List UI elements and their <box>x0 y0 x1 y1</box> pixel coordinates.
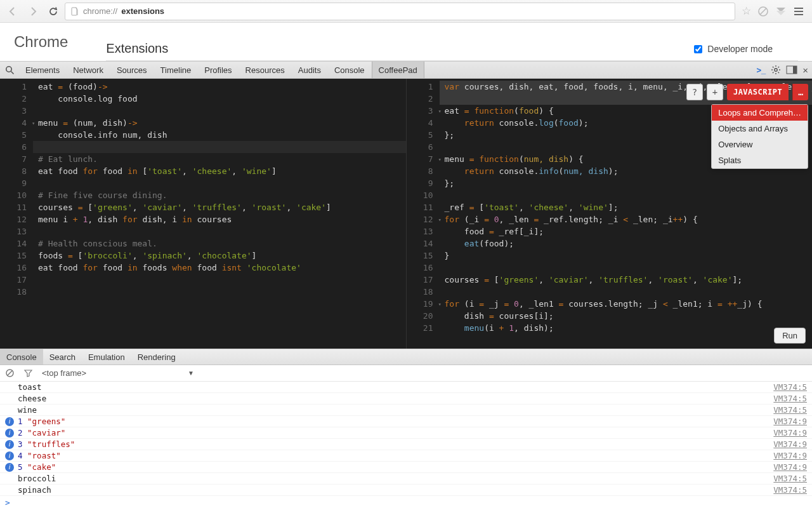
source-link[interactable]: VM374:5 <box>773 394 807 403</box>
clear-console-icon[interactable] <box>5 368 15 378</box>
devtools-tab-elements[interactable]: Elements <box>19 62 67 78</box>
drawer-tabstrip: ConsoleSearchEmulationRendering <box>0 349 812 365</box>
reload-icon <box>48 6 58 17</box>
toggle-drawer-icon[interactable]: >_ <box>756 65 766 75</box>
console-body[interactable]: toastVM374:5cheeseVM374:5wineVM374:5i1 "… <box>0 382 812 496</box>
console-row: wineVM374:5 <box>0 404 812 416</box>
dropdown-item[interactable]: Objects and Arrays <box>712 121 808 137</box>
svg-rect-0 <box>72 8 77 15</box>
forward-button[interactable] <box>24 3 42 20</box>
dock-icon[interactable] <box>786 65 797 74</box>
reload-button[interactable] <box>44 3 62 20</box>
run-button[interactable]: Run <box>774 328 806 344</box>
console-row: i2 "caviar"VM374:9 <box>0 427 812 439</box>
code-area: 123456789101112131415161718 ▾ eat = (foo… <box>0 79 812 349</box>
language-badge[interactable]: JAVASCRIPT <box>727 84 789 100</box>
pane-overlay: ? + JAVASCRIPT … <box>686 84 808 100</box>
language-menu-button[interactable]: … <box>792 84 808 100</box>
source-link[interactable]: VM374:9 <box>773 462 807 472</box>
extensions-tab[interactable]: Extensions <box>106 41 168 61</box>
developer-mode-toggle[interactable]: Developer mode <box>694 44 798 54</box>
add-button[interactable]: + <box>707 84 723 100</box>
right-gutter: 123456789101112131415161718192021 <box>407 79 438 349</box>
source-link[interactable]: VM374:5 <box>773 474 807 483</box>
info-icon: i <box>5 417 14 426</box>
console-prompt[interactable]: > <box>0 496 812 508</box>
close-devtools-icon[interactable]: × <box>802 65 808 76</box>
toolbar-right-icons: ☆ <box>738 4 808 18</box>
source-link[interactable]: VM374:9 <box>773 451 807 460</box>
drawer-tab-console[interactable]: Console <box>0 349 43 364</box>
menu-icon[interactable] <box>793 6 804 17</box>
svg-point-3 <box>775 69 777 71</box>
drawer-tab-rendering[interactable]: Rendering <box>131 349 182 364</box>
source-link[interactable]: VM374:9 <box>773 428 807 438</box>
info-icon: i <box>5 463 14 472</box>
devtools-tab-profiles[interactable]: Profiles <box>198 62 239 78</box>
devtools-tab-network[interactable]: Network <box>67 62 110 78</box>
console-controls: <top frame> ▼ <box>0 365 812 382</box>
svg-rect-5 <box>793 66 797 74</box>
devtools-tab-coffeepad[interactable]: CoffeePad <box>372 62 424 78</box>
source-link[interactable]: VM374:5 <box>773 382 807 392</box>
console-row: cheeseVM374:5 <box>0 393 812 404</box>
shield-disabled-icon[interactable] <box>757 6 769 17</box>
source-link[interactable]: VM374:5 <box>773 405 807 415</box>
browser-toolbar: chrome://extensions ☆ <box>0 0 812 23</box>
console-row: i5 "cake"VM374:9 <box>0 462 812 473</box>
info-icon: i <box>5 440 14 449</box>
chevron-down-icon: ▼ <box>188 370 194 377</box>
dropdown-item[interactable]: Loops and Compreh… <box>712 105 808 121</box>
arrow-right-icon <box>28 6 38 17</box>
source-link[interactable]: VM374:5 <box>773 485 807 495</box>
console-row: i3 "truffles"VM374:9 <box>0 439 812 450</box>
dropdown-item[interactable]: Overview <box>712 137 808 152</box>
filter-icon[interactable] <box>23 368 33 378</box>
developer-mode-label: Developer mode <box>707 44 773 54</box>
devtools-tab-sources[interactable]: Sources <box>110 62 154 78</box>
console-row: i1 "greens"VM374:9 <box>0 416 812 427</box>
frame-label: <top frame> <box>42 368 86 378</box>
developer-mode-checkbox[interactable] <box>694 45 702 53</box>
url-scheme: chrome:// <box>83 6 117 16</box>
devtools-tab-audits[interactable]: Audits <box>292 62 328 78</box>
arrow-left-icon <box>8 6 18 17</box>
frame-selector[interactable]: <top frame> ▼ <box>42 368 194 378</box>
devtools-tab-console[interactable]: Console <box>328 62 372 78</box>
drawer-tab-emulation[interactable]: Emulation <box>82 349 131 364</box>
console-row: toastVM374:5 <box>0 382 812 393</box>
url-path: extensions <box>121 6 164 16</box>
source-link[interactable]: VM374:9 <box>773 417 807 426</box>
dropdown-item[interactable]: Splats <box>712 152 808 168</box>
left-gutter: 123456789101112131415161718 <box>0 79 32 349</box>
devtools-tabstrip: ElementsNetworkSourcesTimelineProfilesRe… <box>0 61 812 79</box>
back-button[interactable] <box>4 3 22 20</box>
chrome-title: Chrome <box>14 33 68 51</box>
source-link[interactable]: VM374:9 <box>773 439 807 449</box>
extensions-header: Chrome Extensions Developer mode <box>0 23 812 61</box>
devtools-search-button[interactable] <box>0 62 19 78</box>
devtools-tab-timeline[interactable]: Timeline <box>154 62 199 78</box>
omnibox[interactable]: chrome://extensions <box>65 3 735 20</box>
drawer-tab-search[interactable]: Search <box>43 349 82 364</box>
info-icon: i <box>5 429 14 438</box>
info-icon: i <box>5 451 14 460</box>
devtools-tab-resources[interactable]: Resources <box>239 62 292 78</box>
examples-dropdown: Loops and Compreh… Objects and Arrays Ov… <box>711 104 808 169</box>
page-icon <box>70 7 79 16</box>
console-row: spinachVM374:5 <box>0 485 812 496</box>
coffeescript-pane[interactable]: 123456789101112131415161718 ▾ eat = (foo… <box>0 79 407 349</box>
svg-point-2 <box>6 66 11 71</box>
gear-icon[interactable] <box>771 65 781 75</box>
help-button[interactable]: ? <box>686 84 703 100</box>
pocket-icon[interactable] <box>775 6 787 17</box>
console-row: broccoliVM374:5 <box>0 473 812 485</box>
console-row: i4 "roast"VM374:9 <box>0 450 812 462</box>
search-icon <box>5 65 15 75</box>
javascript-pane[interactable]: 123456789101112131415161718192021 ▾ ▾ ▾ … <box>407 79 813 349</box>
star-icon[interactable]: ☆ <box>742 4 751 18</box>
left-code[interactable]: eat = (food)-> console.log food menu = (… <box>33 79 406 349</box>
